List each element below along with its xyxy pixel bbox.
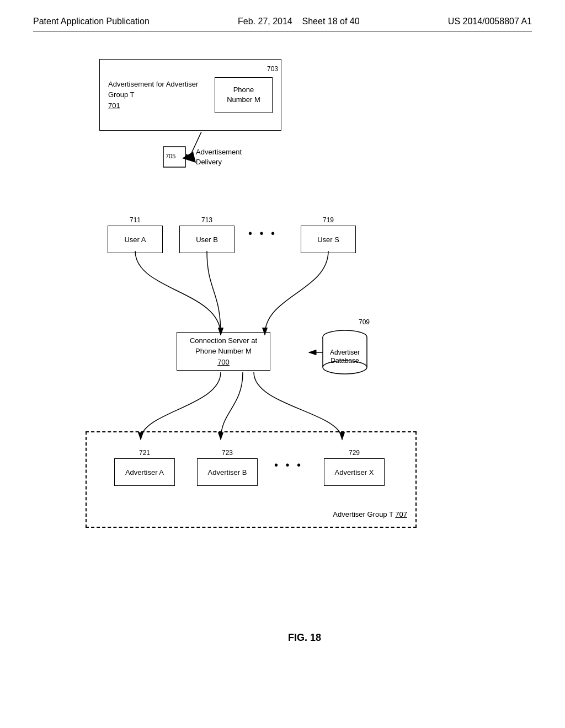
user-b-box: User B (179, 226, 234, 253)
ad-text: Advertisement for Advertiser Group T (108, 80, 198, 99)
advertiser-x-label: Advertiser X (335, 468, 374, 477)
user-b-label: User B (196, 235, 218, 244)
advertiser-a-box: Advertiser A (114, 458, 175, 486)
svg-text:Advertiser: Advertiser (330, 349, 360, 356)
user-a-box: User A (108, 226, 163, 253)
advertiser-b-box: Advertiser B (197, 458, 258, 486)
advertiser-a-label: Advertiser A (125, 468, 164, 477)
user-b-container: 713 User B (179, 216, 234, 253)
ad-box-text: Advertisement for Advertiser Group T 701 (108, 79, 206, 111)
ad-label-num: 701 (108, 101, 120, 110)
user-s-label: User S (317, 235, 339, 244)
advertiser-group-label: Advertiser Group T 707 (333, 510, 407, 518)
user-s-box: User S (301, 226, 356, 253)
advertisers-dots: • • • (274, 459, 303, 472)
header-patent: US 2014/0058807 A1 (448, 17, 532, 26)
advertiser-x-ref: 729 (324, 449, 385, 457)
page: Patent Application Publication Feb. 27, … (0, 0, 565, 728)
svg-marker-8 (186, 154, 191, 159)
db-cylinder-svg: Advertiser Database (317, 327, 372, 377)
advertiser-db-container: 709 Advertiser Database (317, 318, 372, 379)
header-left: Patent Application Publication (33, 17, 150, 26)
advertiser-b-label: Advertiser B (208, 468, 247, 477)
connections-svg (55, 53, 554, 660)
delivery-arrow-icon: 705 (163, 146, 190, 168)
phone-number-box: PhoneNumber M (215, 77, 273, 113)
svg-text:705: 705 (166, 153, 175, 159)
connection-server-label: Connection Server atPhone Number M700 (190, 335, 257, 368)
ad-box-container: Advertisement for Advertiser Group T 701… (99, 59, 281, 131)
group-ref-num: 707 (395, 510, 407, 518)
header-middle: Feb. 27, 2014 Sheet 18 of 40 (238, 17, 360, 26)
ad-delivery-label: AdvertisementDelivery (196, 147, 242, 167)
phone-box-ref: 703 (267, 65, 278, 73)
advertiser-a-container: 721 Advertiser A (114, 449, 175, 486)
svg-text:Database: Database (331, 357, 359, 365)
advertiser-b-container: 723 Advertiser B (197, 449, 258, 486)
ad-delivery-section: 705 AdvertisementDelivery (163, 146, 242, 168)
advertiser-x-container: 729 Advertiser X (324, 449, 385, 486)
advertiser-a-ref: 721 (114, 449, 175, 457)
figure-caption: FIG. 18 (55, 632, 554, 644)
delivery-arrow-svg: 705 (163, 146, 193, 168)
advertiser-x-box: Advertiser X (324, 458, 385, 486)
connection-server-container: Connection Server atPhone Number M700 (177, 332, 270, 371)
user-a-container: 711 User A (108, 216, 163, 253)
user-b-ref: 713 (179, 216, 234, 224)
patent-header: Patent Application Publication Feb. 27, … (33, 17, 532, 31)
user-a-label: User A (124, 235, 146, 244)
user-s-container: 719 User S (301, 216, 356, 253)
user-a-ref: 711 (108, 216, 163, 224)
phone-number-text: PhoneNumber M (227, 85, 260, 105)
fig-label: FIG. 18 (288, 632, 321, 643)
db-ref-num: 709 (317, 318, 372, 326)
connection-server-box: Connection Server atPhone Number M700 (177, 332, 270, 371)
figure-diagram: Advertisement for Advertiser Group T 701… (55, 53, 554, 660)
user-s-ref: 719 (301, 216, 356, 224)
advertiser-group-box: 721 Advertiser A 723 Advertiser B • • • … (86, 431, 417, 528)
users-dots: • • • (248, 227, 277, 240)
advertiser-b-ref: 723 (197, 449, 258, 457)
